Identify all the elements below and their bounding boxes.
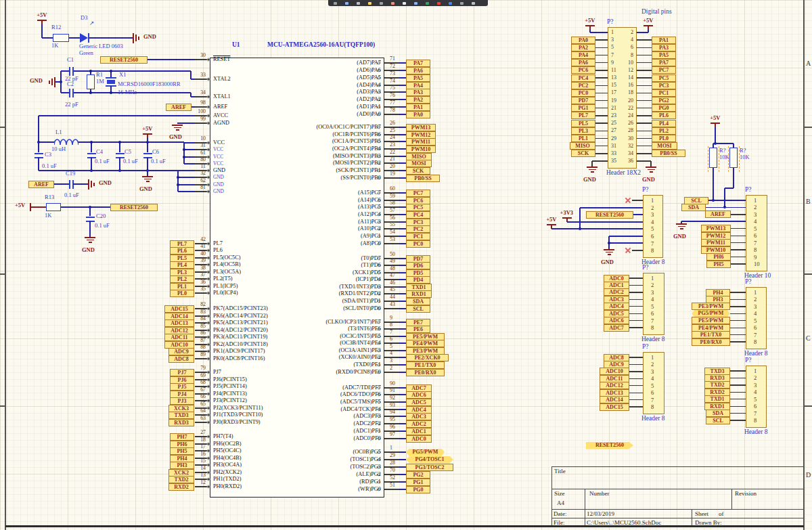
port-PA1[interactable]: PA1 [652,37,676,44]
port-PG1[interactable]: PG1 [406,479,430,486]
toolbar-icon[interactable] [472,2,475,5]
port-PB0-SS[interactable]: PB0/SS [406,175,440,182]
port-PA2[interactable]: PA2 [571,44,595,51]
toolbar-icon[interactable] [460,2,464,5]
toolbar-icon[interactable] [334,2,337,5]
port-PE0-RX0[interactable]: PE0/RX0 [692,338,730,346]
port-ADC6[interactable]: ADC6 [604,317,629,324]
port-PC2[interactable]: PC2 [571,82,595,89]
resistor-R13[interactable] [46,203,61,211]
port-PC7[interactable]: PC7 [652,66,676,74]
port-PE0-RX0[interactable]: PE0/RX0 [406,369,445,376]
port-PH5[interactable]: PH5 [706,261,731,268]
port-SCK[interactable]: SCK [571,150,595,157]
port-PG0[interactable]: PG0 [406,486,430,493]
port-PL0[interactable]: PL0 [652,135,676,142]
port-MOSI[interactable]: MOSI [652,142,677,150]
port-PE4-PWM[interactable]: PE4/PWM [692,324,730,332]
port-PA5[interactable]: PA5 [406,74,430,82]
port-PD6[interactable]: PD6 [406,262,430,269]
port-PE6[interactable]: PE6 [406,326,430,333]
port-TXD3[interactable]: TXD3 [704,368,730,375]
port-PC2[interactable]: PC2 [406,225,430,233]
port-PL6[interactable]: PL6 [652,112,676,119]
port-ADC8[interactable]: ADC8 [604,354,629,361]
port-ADC11[interactable]: ADC11 [164,334,194,341]
port-MOSI[interactable]: MOSI [406,160,432,167]
port-ADC6[interactable]: ADC6 [406,391,432,399]
port-PC0[interactable]: PC0 [571,89,595,97]
port-PL2[interactable]: PL2 [652,127,676,135]
toolbar-icon[interactable] [403,2,406,5]
port-ADC15[interactable]: ADC15 [600,403,629,411]
port-TXD1[interactable]: TXD1 [704,395,730,403]
port-PA5[interactable]: PA5 [652,51,676,59]
toolbar-icon[interactable] [345,2,348,5]
cap-C5[interactable] [116,153,125,154]
port-PC4[interactable]: PC4 [571,74,595,82]
port-PWM13[interactable]: PWM13 [701,225,731,232]
port-MISO[interactable]: MISO [570,142,595,150]
port-RXD1[interactable]: RXD1 [704,403,730,410]
port-PWM11[interactable]: PWM11 [701,239,731,246]
port-TXD2[interactable]: TXD2 [704,381,730,389]
port-PC1[interactable]: PC1 [406,233,430,240]
port-SDA[interactable]: SDA [681,204,706,211]
cap-C1[interactable] [72,67,74,76]
port-PC1[interactable]: PC1 [652,89,676,97]
port-PC0[interactable]: PC0 [406,240,430,248]
port-PH6[interactable]: PH6 [706,253,731,261]
port-PL5[interactable]: PL5 [571,120,595,127]
port-RXD2[interactable]: RXD2 [168,483,194,491]
port-PL3[interactable]: PL3 [571,127,595,135]
port-RESET2560[interactable]: RESET2560 [586,211,633,219]
cap-C1[interactable] [69,67,70,76]
port-PA0[interactable]: PA0 [406,111,430,118]
port-ADC15[interactable]: ADC15 [164,305,194,313]
toolbar-icon[interactable] [437,2,441,5]
port-ADC2[interactable]: ADC2 [604,288,629,296]
port-PE1-TX0[interactable]: PE1/TX0 [406,361,445,369]
port-ADC4[interactable]: ADC4 [604,303,629,310]
port-SCL[interactable]: SCL [706,417,730,424]
toolbar-icon[interactable] [380,2,383,5]
port-PA1[interactable]: PA1 [406,104,430,111]
port-ADC1[interactable]: ADC1 [406,428,432,435]
cap-C6[interactable] [143,153,152,154]
port-AREF[interactable]: AREF [166,104,191,111]
port-ADC13[interactable]: ADC13 [164,319,194,327]
port-SCL[interactable]: SCL [684,197,708,204]
port-PC5[interactable]: PC5 [652,74,676,82]
port-SDA[interactable]: SDA [406,298,430,305]
port-ADC10[interactable]: ADC10 [600,368,629,375]
port-PL4[interactable]: PL4 [652,120,676,127]
toolbar-icon[interactable] [426,2,429,5]
port-RESET2560[interactable]: RESET2560 [110,204,158,211]
port-AREF[interactable]: AREF [705,211,731,218]
port-ADC0[interactable]: ADC0 [406,435,432,443]
port-ADC5[interactable]: ADC5 [406,399,432,406]
toolbar-icon[interactable] [414,2,418,5]
port-PE4-PWM[interactable]: PE4/PWM [406,340,445,347]
port-ADC12[interactable]: ADC12 [600,382,629,389]
port-ADC1[interactable]: ADC1 [604,282,629,289]
port-SCK[interactable]: SCK [406,167,430,175]
port-PE1-TX0[interactable]: PE1/TX0 [692,331,730,338]
port-PA3[interactable]: PA3 [652,44,676,51]
toolbar-icon[interactable] [368,2,371,5]
inductor-L1[interactable] [54,136,78,143]
toolbar-icon[interactable] [449,2,452,5]
port-PWM13[interactable]: PWM13 [406,124,436,131]
led-D3[interactable] [80,33,88,43]
port-PE5-PWM[interactable]: PE5/PWM [692,317,730,324]
port-RXD2[interactable]: RXD2 [704,389,730,396]
port-PA0[interactable]: PA0 [571,37,595,44]
port-ADC0[interactable]: ADC0 [604,275,629,282]
port-PA6[interactable]: PA6 [571,59,595,66]
port-ADC2[interactable]: ADC2 [406,420,432,428]
port-ADC11[interactable]: ADC11 [600,375,629,382]
port-PG2[interactable]: PG2 [652,97,676,104]
port-PC7[interactable]: PC7 [406,190,430,197]
crystal-X1[interactable] [107,80,115,84]
port-PA7[interactable]: PA7 [406,60,430,67]
